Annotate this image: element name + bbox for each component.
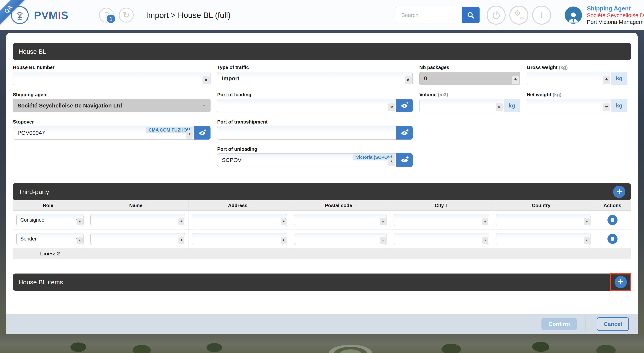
type-of-traffic-label: Type of traffic — [217, 65, 412, 70]
required-asterisk: * — [512, 76, 519, 84]
name-input[interactable]: * — [90, 214, 185, 226]
third-party-table-footer: Lines: 2 — [13, 248, 631, 259]
brand-part2: S — [61, 9, 68, 21]
delete-row-button[interactable] — [608, 234, 618, 244]
stopover-label: Stopover — [13, 119, 210, 125]
port-of-loading-lookup-button[interactable] — [396, 99, 412, 112]
required-asterisk: * — [603, 103, 610, 111]
required-asterisk: * — [178, 237, 184, 244]
search-button[interactable] — [462, 7, 480, 23]
field-port-of-unloading: Port of unloading SCPOV Victoria (SCPOV)… — [217, 146, 412, 167]
required-asterisk: * — [77, 237, 83, 244]
postal-code-input[interactable]: * — [294, 214, 387, 226]
field-type-of-traffic: Type of traffic Import ▼ * — [217, 65, 412, 85]
house-bl-number-input[interactable]: * — [13, 72, 210, 85]
notification-badge: 1 — [106, 14, 116, 24]
port-of-unloading-input[interactable]: SCPOV Victoria (SCPOV) * — [217, 153, 412, 167]
volume-input[interactable]: * kg — [419, 99, 520, 112]
required-asterisk: * — [388, 158, 395, 166]
page-title: Import > House BL (full) — [146, 11, 231, 20]
port-of-unloading-lookup-button[interactable] — [396, 153, 412, 167]
cell-postal-code: * — [291, 211, 390, 229]
gross-weight-input[interactable]: * kg — [527, 72, 628, 85]
required-asterisk: * — [584, 218, 590, 225]
role-select[interactable]: Sender ▼ * — [16, 233, 84, 245]
stopover-input[interactable]: POV00047 CMA CGM FUZHOU * — [13, 126, 210, 140]
eye-plus-icon — [400, 101, 409, 110]
sort-asc-icon: ↑ — [249, 203, 251, 208]
chevron-down-icon: ▼ — [202, 104, 206, 108]
gross-weight-label: Gross weight (kg) — [527, 65, 628, 70]
section-house-bl-title: House BL — [18, 48, 46, 55]
column-header-postal-code[interactable]: Postal code↑ — [291, 200, 390, 210]
info-icon: i — [540, 11, 543, 20]
address-input[interactable]: * — [192, 233, 287, 245]
gears-icon: ⚙ ⚙ — [514, 10, 524, 20]
column-header-actions: Actions — [594, 200, 631, 210]
house-bl-form: House BL number * Type of traffic Import… — [13, 65, 631, 167]
required-asterisk: * — [280, 237, 286, 244]
top-bar: QA PVMIS — [0, 0, 644, 31]
documents-button[interactable]: 1 — [99, 8, 114, 23]
add-house-bl-item-button[interactable]: + — [614, 276, 627, 288]
third-party-table: Role↑ Name↑ Address↑ Postal code↑ City↑ … — [13, 200, 631, 259]
net-weight-unit: kg — [611, 99, 628, 112]
type-of-traffic-select[interactable]: Import ▼ * — [217, 72, 412, 85]
column-header-name[interactable]: Name↑ — [87, 200, 189, 210]
search-input[interactable] — [396, 7, 462, 23]
refresh-button[interactable]: ↻ — [119, 8, 134, 23]
delete-row-button[interactable] — [608, 215, 618, 225]
sort-asc-icon: ↑ — [446, 203, 448, 208]
column-header-role[interactable]: Role↑ — [13, 200, 87, 210]
city-input[interactable]: * — [394, 214, 489, 226]
nb-packages-input: 0 * — [419, 72, 520, 85]
nb-packages-label: Nb packages — [419, 65, 520, 70]
city-input[interactable]: * — [394, 233, 489, 245]
column-header-city[interactable]: City↑ — [390, 200, 492, 210]
required-asterisk: * — [404, 76, 412, 84]
name-input[interactable]: * — [90, 233, 185, 245]
country-input[interactable]: * — [496, 214, 590, 226]
sort-asc-icon: ↑ — [354, 203, 356, 208]
port-of-transshipment-lookup-button[interactable] — [396, 126, 412, 140]
country-input[interactable]: * — [496, 233, 590, 245]
column-header-country[interactable]: Country↑ — [492, 200, 594, 210]
settings-button[interactable]: ⚙ ⚙ — [510, 6, 528, 25]
third-party-row-2: Sender ▼ * * * * * * — [13, 229, 631, 248]
user-role: Shipping Agent — [587, 5, 644, 12]
postal-code-input[interactable]: * — [294, 233, 387, 245]
port-of-loading-input[interactable]: * — [217, 99, 412, 112]
port-of-transshipment-input[interactable] — [217, 126, 412, 140]
action-highlight-box: + — [610, 273, 631, 291]
column-header-address[interactable]: Address↑ — [189, 200, 291, 210]
field-port-of-loading: Port of loading * — [217, 92, 412, 112]
header-quick-icons: 1 ↻ — [99, 8, 134, 23]
required-asterisk: * — [380, 237, 386, 244]
info-button[interactable]: i — [532, 6, 551, 25]
logout-button[interactable] — [487, 6, 506, 25]
confirm-button[interactable]: Confirm — [542, 318, 577, 330]
user-icon — [566, 10, 580, 24]
address-input[interactable]: * — [192, 214, 287, 226]
cell-role: Consignee ▼ * — [13, 211, 87, 229]
eye-plus-icon — [400, 155, 409, 165]
net-weight-input[interactable]: * kg — [527, 99, 628, 112]
add-third-party-button[interactable]: + — [613, 186, 625, 198]
required-asterisk: * — [603, 76, 610, 84]
role-select[interactable]: Consignee ▼ * — [16, 214, 84, 226]
field-house-bl-number: House BL number * — [13, 65, 210, 85]
cancel-button[interactable]: Cancel — [597, 317, 629, 331]
cell-actions — [594, 229, 631, 248]
port-of-unloading-label: Port of unloading — [217, 146, 412, 152]
user-zone[interactable]: Shipping Agent Société Seychelloise D Po… — [558, 0, 644, 30]
footer-divider — [586, 317, 586, 331]
shipping-agent-select: Société Seychelloise De Navigation Ltd ▼ — [13, 99, 210, 112]
user-text: Shipping Agent Société Seychelloise D Po… — [587, 5, 644, 25]
volume-unit: kg — [504, 99, 520, 112]
required-asterisk: * — [380, 218, 386, 225]
main-card: House BL House BL number * Type of traff… — [6, 33, 638, 314]
stopover-lookup-button[interactable] — [194, 126, 210, 140]
section-third-party-title: Third-party — [18, 188, 49, 196]
gross-weight-unit: kg — [611, 72, 628, 85]
brand-name: PVMIS — [34, 9, 68, 22]
